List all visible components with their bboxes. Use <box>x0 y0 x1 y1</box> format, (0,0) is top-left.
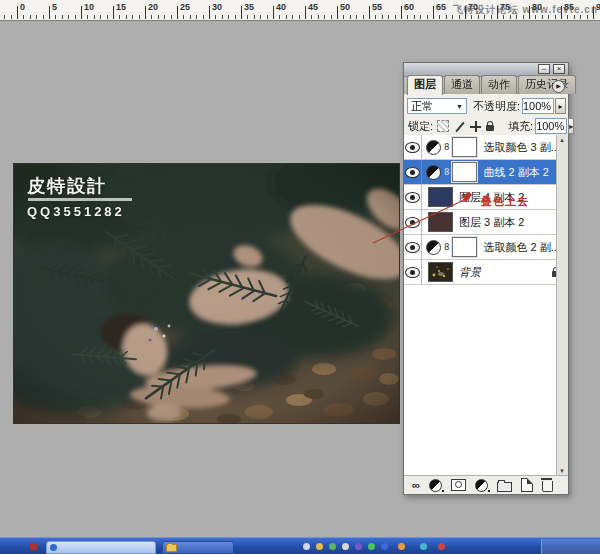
opacity-label: 不透明度: <box>473 99 520 114</box>
document-canvas[interactable]: 皮特設計 QQ3551282 <box>13 163 400 424</box>
new-adjustment-layer-icon[interactable] <box>475 479 488 492</box>
layer-name[interactable]: 选取颜色 3 副... <box>483 140 559 155</box>
visibility-toggle[interactable] <box>404 185 422 209</box>
layers-panel: – × 图层 通道 动作 历史记录 ▶ 正常 ▼ 不透明度: 100% ▸ 锁定… <box>403 62 569 495</box>
minimize-icon[interactable]: – <box>538 64 550 74</box>
layer-mask-thumbnail[interactable] <box>452 137 477 157</box>
fill-label: 填充: <box>508 119 533 134</box>
layer-thumbnail[interactable] <box>428 187 453 207</box>
panel-menu-icon[interactable]: ▶ <box>552 80 565 93</box>
taskbar <box>0 537 600 554</box>
panel-tabs: 图层 通道 动作 历史记录 ▶ <box>404 77 568 94</box>
watermark-title: 皮特設計 <box>27 177 132 195</box>
tray-icon[interactable] <box>303 543 310 550</box>
fill-slider-icon[interactable]: ▸ <box>568 118 574 134</box>
link-layers-icon[interactable]: ∞ <box>412 480 420 490</box>
adjustment-layer-icon <box>426 140 441 155</box>
eye-icon <box>405 142 420 153</box>
forum-watermark-text: 飞特设计论坛 www.fevte.cn <box>453 3 598 17</box>
tab-actions[interactable]: 动作 <box>481 75 517 94</box>
mask-link-icon: 8 <box>444 142 449 152</box>
tray-icon[interactable] <box>420 543 427 550</box>
tab-channels[interactable]: 通道 <box>444 75 480 94</box>
mask-link-icon: 8 <box>444 242 449 252</box>
panel-controls: 正常 ▼ 不透明度: 100% ▸ 锁定: 填充: 100% ▸ <box>404 94 568 140</box>
layer-row-selective-color-2[interactable]: 8 选取颜色 2 副... <box>404 235 568 260</box>
opacity-slider-icon[interactable]: ▸ <box>555 98 566 114</box>
layer-name[interactable]: 曲线 2 副本 2 <box>483 165 548 180</box>
add-layer-mask-icon[interactable] <box>451 479 466 491</box>
layer-row-layer-4-copy[interactable]: 图层 4 副本 2 <box>404 185 568 210</box>
watermark-qq: QQ3551282 <box>27 204 132 219</box>
layer-row-selective-color-3[interactable]: 8 选取颜色 3 副... <box>404 135 568 160</box>
taskbar-button-active[interactable] <box>46 541 156 554</box>
lock-buttons <box>437 120 494 132</box>
blend-mode-select[interactable]: 正常 ▼ <box>407 98 467 114</box>
taskbar-clock-area[interactable] <box>541 539 600 554</box>
scroll-down-icon[interactable]: ▼ <box>557 468 567 474</box>
horizontal-ruler[interactable]: 051015202530354045505560657075808590 飞特设… <box>0 0 600 21</box>
layer-row-layer-3-copy[interactable]: 图层 3 副本 2 <box>404 210 568 235</box>
visibility-toggle[interactable] <box>404 235 422 259</box>
taskbar-icon[interactable] <box>30 543 37 550</box>
eye-icon <box>405 167 420 178</box>
tray-icon[interactable] <box>438 543 445 550</box>
lock-all-icon[interactable] <box>486 125 494 131</box>
lock-paint-icon[interactable] <box>454 121 465 132</box>
layer-list: 8 选取颜色 3 副... 8 曲线 2 副本 2 图层 4 副本 2 图层 3… <box>404 135 568 476</box>
layer-style-icon[interactable] <box>429 479 442 492</box>
blend-mode-value: 正常 <box>408 99 453 114</box>
layer-name[interactable]: 选取颜色 2 副... <box>483 240 559 255</box>
tray-icon[interactable] <box>355 543 362 550</box>
visibility-toggle[interactable] <box>404 210 422 234</box>
layer-name[interactable]: 图层 4 副本 2 <box>459 190 524 205</box>
tray-icon[interactable] <box>316 543 323 550</box>
layer-thumbnail[interactable] <box>428 212 453 232</box>
new-layer-icon[interactable] <box>521 478 533 492</box>
visibility-toggle[interactable] <box>404 160 422 184</box>
fill-input[interactable]: 100% <box>535 118 567 134</box>
layer-row-background[interactable]: 背景 <box>404 260 568 285</box>
eye-icon <box>405 192 420 203</box>
opacity-input[interactable]: 100% <box>522 98 554 114</box>
adjustment-layer-icon <box>426 165 441 180</box>
tray-icon[interactable] <box>398 543 405 550</box>
tab-layers[interactable]: 图层 <box>407 75 443 95</box>
tab-history[interactable]: 历史记录 <box>518 75 576 94</box>
adjustment-layer-icon <box>426 240 441 255</box>
watermark-divider <box>28 198 132 201</box>
eye-icon <box>405 242 420 253</box>
app-icon <box>50 544 57 551</box>
tray-icon[interactable] <box>329 543 336 550</box>
lock-position-icon[interactable] <box>470 121 481 132</box>
folder-icon <box>166 544 177 552</box>
lock-transparency-icon[interactable] <box>437 120 449 132</box>
layer-row-curves-2-selected[interactable]: 8 曲线 2 副本 2 <box>404 160 568 185</box>
close-icon[interactable]: × <box>553 64 565 74</box>
visibility-toggle[interactable] <box>404 135 422 159</box>
layer-mask-thumbnail[interactable] <box>452 162 477 182</box>
layer-mask-thumbnail[interactable] <box>452 237 477 257</box>
layer-name[interactable]: 图层 3 副本 2 <box>459 215 524 230</box>
visibility-toggle[interactable] <box>404 260 422 284</box>
scroll-up-icon[interactable]: ▲ <box>557 137 567 143</box>
lock-label: 锁定: <box>408 119 433 134</box>
delete-layer-icon[interactable] <box>542 481 553 492</box>
layer-thumbnail[interactable] <box>428 262 453 282</box>
panel-footer: ∞ <box>404 475 568 494</box>
eye-icon <box>405 217 420 228</box>
layer-list-scrollbar[interactable]: ▲ ▼ <box>556 135 568 476</box>
eye-icon <box>405 267 420 278</box>
tray-icon[interactable] <box>381 543 388 550</box>
mask-link-icon: 8 <box>444 167 449 177</box>
layer-name[interactable]: 背景 <box>459 265 481 280</box>
new-group-icon[interactable] <box>497 482 512 492</box>
photo-watermark: 皮特設計 QQ3551282 <box>27 177 132 219</box>
tray-icon[interactable] <box>368 543 375 550</box>
chevron-down-icon: ▼ <box>453 103 466 110</box>
photoshop-workspace: 051015202530354045505560657075808590 飞特设… <box>0 0 600 554</box>
tray-icon[interactable] <box>342 543 349 550</box>
taskbar-button-folder[interactable] <box>162 541 234 554</box>
